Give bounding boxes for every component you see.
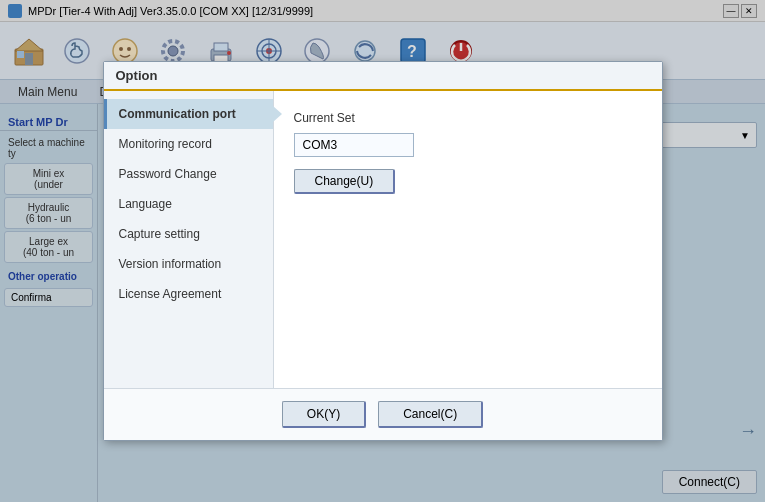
nav-item-language[interactable]: Language (104, 189, 273, 219)
modal-overlay: Option Communication port Monitoring rec… (0, 0, 765, 502)
cancel-button[interactable]: Cancel(C) (378, 401, 483, 428)
current-set-label: Current Set (294, 111, 642, 125)
option-modal: Option Communication port Monitoring rec… (103, 61, 663, 441)
nav-item-license-agreement[interactable]: License Agreement (104, 279, 273, 309)
nav-item-capture-setting[interactable]: Capture setting (104, 219, 273, 249)
modal-body: Communication port Monitoring record Pas… (104, 91, 662, 388)
modal-content: Current Set Change(U) (274, 91, 662, 388)
modal-nav: Communication port Monitoring record Pas… (104, 91, 274, 388)
nav-item-monitoring-record[interactable]: Monitoring record (104, 129, 273, 159)
ok-button[interactable]: OK(Y) (282, 401, 366, 428)
modal-footer: OK(Y) Cancel(C) (104, 388, 662, 440)
modal-title: Option (104, 62, 662, 91)
nav-item-password-change[interactable]: Password Change (104, 159, 273, 189)
nav-item-version-information[interactable]: Version information (104, 249, 273, 279)
change-button[interactable]: Change(U) (294, 169, 396, 194)
nav-item-communication-port[interactable]: Communication port (104, 99, 273, 129)
current-set-input[interactable] (294, 133, 414, 157)
main-area: Start MP Dr Select a machine ty Mini ex … (0, 104, 765, 502)
